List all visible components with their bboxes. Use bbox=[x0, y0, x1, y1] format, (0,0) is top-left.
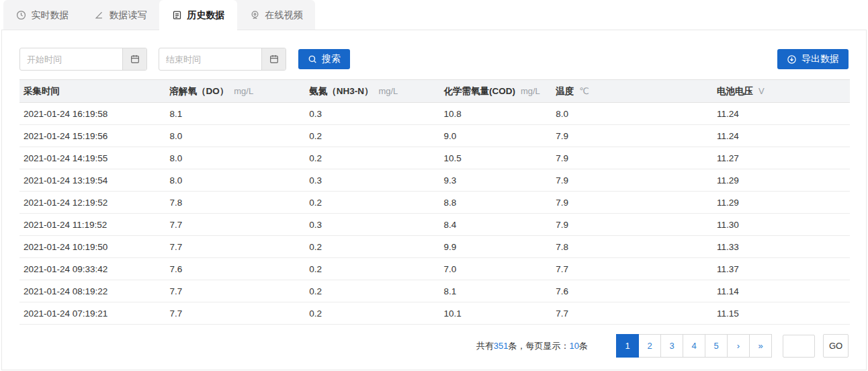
tab-label: 历史数据 bbox=[187, 9, 225, 22]
table-row: 2021-01-24 13:19:548.00.39.37.911.29 bbox=[19, 169, 850, 192]
last-page-button[interactable]: » bbox=[749, 334, 772, 358]
table-cell: 9.0 bbox=[439, 125, 552, 147]
table-cell: 0.3 bbox=[305, 169, 439, 192]
table-row: 2021-01-24 07:19:217.70.210.17.711.15 bbox=[19, 302, 850, 325]
pagination-summary: 共有351条，每页显示：10条 bbox=[476, 340, 588, 352]
table-row: 2021-01-24 14:19:558.00.210.57.911.27 bbox=[19, 147, 850, 169]
column-label: 采集时间 bbox=[24, 86, 60, 96]
table-cell: 2021-01-24 08:19:22 bbox=[19, 280, 166, 302]
table-cell: 0.2 bbox=[305, 280, 439, 302]
table-row: 2021-01-24 16:19:588.10.310.88.011.24 bbox=[19, 103, 850, 125]
table-row: 2021-01-24 10:19:507.70.29.97.811.33 bbox=[19, 236, 850, 258]
table-cell: 7.7 bbox=[166, 280, 306, 302]
page-button-2[interactable]: 2 bbox=[638, 334, 661, 358]
search-button[interactable]: 搜索 bbox=[298, 49, 350, 69]
page-size: 10 bbox=[570, 341, 579, 351]
table-cell: 7.8 bbox=[552, 236, 713, 258]
table-cell: 8.1 bbox=[166, 103, 306, 125]
table-cell: 7.6 bbox=[166, 258, 306, 280]
tab-label: 实时数据 bbox=[32, 9, 69, 22]
table-cell: 0.3 bbox=[305, 214, 439, 236]
table-cell: 2021-01-24 13:19:54 bbox=[19, 169, 166, 192]
column-unit: mg/L bbox=[521, 86, 540, 96]
tab-label: 在线视频 bbox=[265, 9, 303, 22]
table-cell: 11.27 bbox=[713, 147, 850, 169]
end-time-field bbox=[159, 48, 286, 71]
table-cell: 0.2 bbox=[305, 147, 439, 169]
table-cell: 8.4 bbox=[439, 214, 552, 236]
start-time-field bbox=[19, 48, 147, 71]
clock-icon bbox=[16, 10, 26, 20]
table-cell: 10.1 bbox=[439, 302, 552, 325]
page-button-3[interactable]: 3 bbox=[660, 334, 683, 358]
export-data-button[interactable]: 导出数据 bbox=[777, 49, 849, 69]
page-number-input[interactable] bbox=[783, 335, 815, 358]
table-cell: 11.24 bbox=[713, 103, 850, 125]
table-cell: 7.9 bbox=[552, 192, 713, 214]
table-row: 2021-01-24 15:19:568.00.29.07.911.24 bbox=[19, 125, 850, 147]
column-header: 化学需氧量(COD)mg/L bbox=[439, 80, 552, 103]
column-header: 溶解氧（DO）mg/L bbox=[166, 80, 306, 103]
page-button-1[interactable]: 1 bbox=[616, 334, 639, 358]
table-cell: 2021-01-24 16:19:58 bbox=[19, 103, 166, 125]
table-cell: 2021-01-24 07:19:21 bbox=[19, 302, 166, 325]
webcam-icon bbox=[250, 10, 260, 20]
page-button-group: 12345›» bbox=[616, 334, 772, 358]
page-size-suffix: 条 bbox=[579, 341, 588, 351]
table-cell: 7.8 bbox=[166, 192, 306, 214]
table-cell: 7.9 bbox=[552, 147, 713, 169]
tab-data-readwrite[interactable]: 数据读写 bbox=[81, 0, 159, 30]
column-header: 采集时间 bbox=[19, 80, 166, 103]
table-cell: 8.1 bbox=[439, 280, 552, 302]
tab-realtime-data[interactable]: 实时数据 bbox=[3, 0, 81, 30]
table-cell: 0.2 bbox=[305, 236, 439, 258]
table-cell: 8.8 bbox=[439, 192, 552, 214]
edit-icon bbox=[94, 10, 104, 20]
start-time-input[interactable] bbox=[20, 48, 122, 70]
column-unit: V bbox=[758, 86, 765, 96]
table-cell: 11.14 bbox=[713, 280, 850, 302]
table-cell: 2021-01-24 14:19:55 bbox=[19, 147, 166, 169]
table-cell: 10.8 bbox=[439, 103, 552, 125]
table-header: 采集时间溶解氧（DO）mg/L氨氮（NH3-N）mg/L化学需氧量(COD)mg… bbox=[19, 80, 850, 103]
table-cell: 7.7 bbox=[552, 302, 713, 325]
table-cell: 7.7 bbox=[552, 258, 713, 280]
search-button-label: 搜索 bbox=[322, 53, 341, 65]
calendar-icon[interactable] bbox=[261, 48, 286, 70]
table-cell: 0.2 bbox=[305, 258, 439, 280]
page-button-5[interactable]: 5 bbox=[705, 334, 728, 358]
search-icon bbox=[308, 54, 317, 64]
table-cell: 8.0 bbox=[166, 169, 306, 192]
table-cell: 2021-01-24 15:19:56 bbox=[19, 125, 166, 147]
calendar-icon[interactable] bbox=[122, 48, 146, 70]
table-cell: 7.9 bbox=[552, 169, 713, 192]
total-mid: 条，每页显示： bbox=[509, 341, 570, 351]
column-header: 氨氮（NH3-N）mg/L bbox=[305, 80, 439, 103]
table-cell: 2021-01-24 11:19:52 bbox=[19, 214, 166, 236]
column-label: 电池电压 bbox=[717, 86, 753, 96]
table-cell: 11.29 bbox=[713, 192, 850, 214]
table-cell: 7.7 bbox=[166, 214, 306, 236]
table-cell: 11.24 bbox=[713, 125, 850, 147]
next-page-button[interactable]: › bbox=[727, 334, 750, 358]
table-cell: 11.15 bbox=[713, 302, 850, 325]
column-unit: ℃ bbox=[579, 86, 589, 96]
table-cell: 2021-01-24 12:19:52 bbox=[19, 192, 166, 214]
tab-label: 数据读写 bbox=[110, 9, 147, 22]
table-cell: 11.29 bbox=[713, 169, 850, 192]
tab-online-video[interactable]: 在线视频 bbox=[237, 0, 315, 30]
table-cell: 7.9 bbox=[552, 125, 713, 147]
end-time-input[interactable] bbox=[159, 48, 261, 70]
column-label: 氨氮（NH3-N） bbox=[309, 86, 373, 96]
column-unit: mg/L bbox=[234, 86, 253, 96]
cloud-download-icon bbox=[787, 54, 797, 65]
column-label: 溶解氧（DO） bbox=[170, 86, 229, 96]
column-label: 化学需氧量(COD) bbox=[443, 86, 515, 96]
page-button-4[interactable]: 4 bbox=[683, 334, 705, 358]
tab-history-data[interactable]: 历史数据 bbox=[159, 0, 237, 30]
total-count: 351 bbox=[494, 341, 509, 351]
table-cell: 8.0 bbox=[552, 103, 713, 125]
table-cell: 8.0 bbox=[166, 147, 306, 169]
column-header: 电池电压V bbox=[713, 80, 850, 103]
go-button[interactable]: GO bbox=[823, 334, 849, 358]
